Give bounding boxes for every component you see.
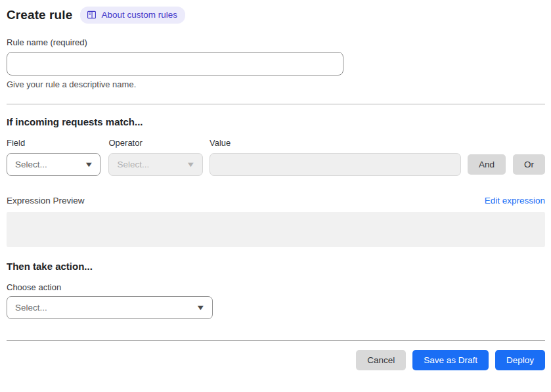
rule-name-label: Rule name (required): [7, 37, 545, 47]
about-custom-rules-link[interactable]: About custom rules: [80, 7, 185, 24]
match-section: If incoming requests match... Field Sele…: [7, 116, 545, 176]
create-rule-page: Create rule About custom rules Rule name…: [0, 0, 551, 370]
expression-header: Expression Preview Edit expression: [7, 196, 545, 206]
deploy-button[interactable]: Deploy: [495, 350, 545, 370]
chevron-down-icon: ▼: [196, 304, 206, 311]
page-header: Create rule About custom rules: [7, 7, 545, 24]
chevron-down-icon: ▼: [186, 161, 196, 168]
about-custom-rules-label: About custom rules: [101, 11, 177, 20]
value-column: Value: [209, 138, 461, 176]
section-divider: [7, 104, 545, 104]
value-input[interactable]: [209, 153, 461, 176]
action-heading: Then take action...: [7, 261, 545, 272]
rule-name-helper: Give your rule a descriptive name.: [7, 79, 545, 89]
field-select-value: Select...: [15, 160, 47, 169]
operator-select[interactable]: Select... ▼: [108, 153, 202, 176]
edit-expression-link[interactable]: Edit expression: [485, 196, 545, 206]
expression-section: Expression Preview Edit expression: [7, 196, 545, 247]
operator-select-value: Select...: [117, 160, 149, 169]
choose-action-select[interactable]: Select... ▼: [7, 296, 213, 319]
chevron-down-icon: ▼: [84, 161, 94, 168]
expression-preview-label: Expression Preview: [7, 196, 85, 206]
match-heading: If incoming requests match...: [7, 116, 545, 127]
expression-builder-row: Field Select... ▼ Operator Select... ▼ V…: [7, 138, 545, 176]
action-section: Then take action... Choose action Select…: [7, 261, 545, 319]
and-button[interactable]: And: [468, 154, 506, 175]
field-column: Field Select... ▼: [7, 138, 100, 176]
choose-action-label: Choose action: [7, 282, 545, 292]
footer-buttons: Cancel Save as Draft Deploy: [7, 350, 545, 370]
choose-action-select-value: Select...: [15, 303, 47, 313]
footer-divider: [7, 340, 545, 341]
or-button[interactable]: Or: [513, 154, 545, 175]
and-or-buttons: And Or: [468, 154, 545, 176]
value-label: Value: [209, 138, 461, 148]
operator-column: Operator Select... ▼: [108, 138, 202, 176]
page-title: Create rule: [7, 8, 72, 22]
operator-label: Operator: [108, 138, 202, 148]
field-label: Field: [7, 138, 100, 148]
rule-name-input[interactable]: [7, 52, 343, 76]
expression-preview-box: [7, 212, 545, 247]
field-select[interactable]: Select... ▼: [7, 153, 100, 176]
cancel-button[interactable]: Cancel: [356, 350, 406, 370]
save-as-draft-button[interactable]: Save as Draft: [412, 350, 489, 370]
book-icon: [87, 10, 97, 20]
rule-name-section: Rule name (required) Give your rule a de…: [7, 37, 545, 89]
